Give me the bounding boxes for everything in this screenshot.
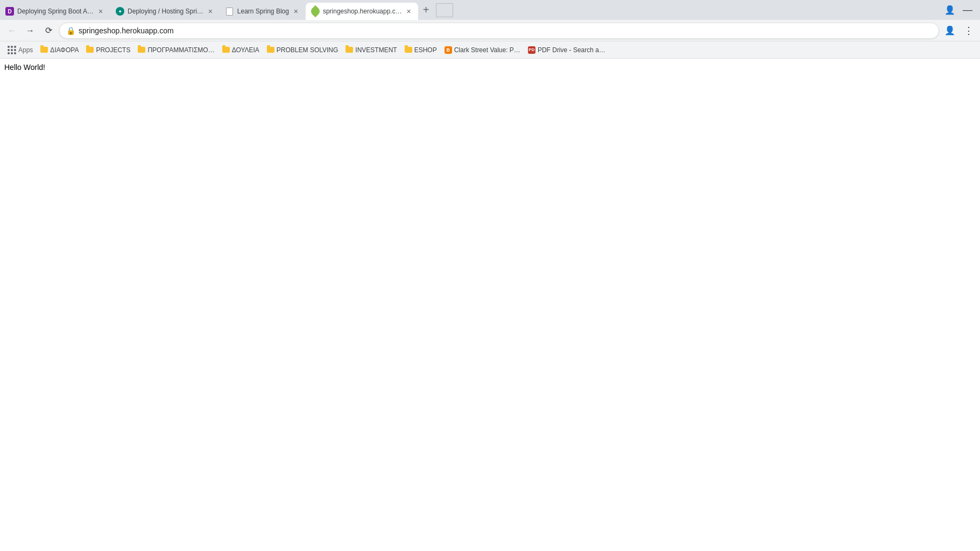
bookmark-label: ΠΡΟΓΡΑΜΜΑΤΙΣΜΟ… <box>147 46 214 54</box>
apps-grid-icon <box>8 46 16 54</box>
bookmark-investment[interactable]: INVESTMENT <box>342 45 400 55</box>
apps-label: Apps <box>18 46 33 54</box>
bookmark-diafora[interactable]: ΔΙΑΦΟΡΑ <box>37 45 82 55</box>
bookmark-programming[interactable]: ΠΡΟΓΡΑΜΜΑΤΙΣΜΟ… <box>135 45 217 55</box>
tab-close-4[interactable]: × <box>404 6 414 16</box>
window-controls: 👤 — <box>944 4 980 16</box>
folder-icon <box>346 47 353 53</box>
tab-title-4: springeshop.herokuapp.c… <box>323 8 402 15</box>
tab-title-3: Learn Spring Blog <box>237 8 289 15</box>
bookmark-projects[interactable]: PROJECTS <box>83 45 133 55</box>
tab-springeshop[interactable]: springeshop.herokuapp.c… × <box>306 3 418 20</box>
back-button[interactable]: ← <box>4 23 19 38</box>
bookmark-label: INVESTMENT <box>355 46 397 54</box>
refresh-button[interactable]: ⟳ <box>41 23 56 38</box>
lock-icon: 🔒 <box>66 26 75 35</box>
url-bar[interactable]: 🔒 springeshop.herokuapp.com <box>59 23 939 39</box>
blogger-icon: B <box>445 46 452 54</box>
address-bar: ← → ⟳ 🔒 springeshop.herokuapp.com 👤 ⋮ <box>0 20 980 41</box>
bookmark-problem-solving[interactable]: PROBLEM SOLVING <box>264 45 341 55</box>
bookmark-label: PROJECTS <box>96 46 130 54</box>
tab-deploying-hosting[interactable]: ● Deploying / Hosting Spri… × <box>110 3 220 20</box>
tab-close-1[interactable]: × <box>96 6 105 16</box>
bookmark-label: PROBLEM SOLVING <box>277 46 338 54</box>
bookmark-pdfdrive[interactable]: PD PDF Drive - Search a… <box>525 45 609 55</box>
folder-icon <box>222 47 230 53</box>
bookmark-work[interactable]: ΔΟΥΛΕΙΑ <box>219 45 263 55</box>
apps-button[interactable]: Apps <box>4 44 36 56</box>
url-text: springeshop.herokuapp.com <box>79 26 174 35</box>
bookmarks-bar: Apps ΔΙΑΦΟΡΑ PROJECTS ΠΡΟΓΡΑΜΜΑΤΙΣΜΟ… ΔΟ… <box>0 41 980 59</box>
favicon-leaf-icon <box>309 5 322 18</box>
bookmark-label: ESHOP <box>414 46 437 54</box>
favicon-teal-icon: ● <box>116 7 124 16</box>
folder-icon <box>138 47 145 53</box>
tab-learn-spring[interactable]: Learn Spring Blog × <box>220 3 305 20</box>
user-profile-button[interactable]: 👤 <box>942 23 957 38</box>
page-content: Hello World! <box>0 59 980 551</box>
bookmark-eshop[interactable]: ESHOP <box>401 45 440 55</box>
minimize-button[interactable]: — <box>960 4 976 16</box>
tab-close-3[interactable]: × <box>291 6 301 16</box>
bookmark-label: PDF Drive - Search a… <box>538 46 605 54</box>
new-tab-button[interactable]: + <box>419 3 434 18</box>
tab-deploying-spring-boot[interactable]: D Deploying Spring Boot A… × <box>0 3 110 20</box>
bookmark-label: ΔΟΥΛΕΙΑ <box>232 46 259 54</box>
folder-icon <box>86 47 94 53</box>
profile-icon[interactable]: 👤 <box>944 5 955 15</box>
bookmark-label: ΔΙΑΦΟΡΑ <box>50 46 79 54</box>
hello-world-text: Hello World! <box>4 63 45 72</box>
bookmark-clark[interactable]: B Clark Street Value: P… <box>441 45 524 55</box>
folder-icon <box>405 47 412 53</box>
tab-close-2[interactable]: × <box>206 6 215 16</box>
folder-icon <box>40 47 48 53</box>
tab-favicon-1: D <box>5 7 14 16</box>
favicon-purple-icon: D <box>5 7 14 16</box>
tab-placeholder <box>436 3 453 17</box>
bookmark-label: Clark Street Value: P… <box>454 46 520 54</box>
favicon-page-icon <box>226 8 233 16</box>
title-bar: D Deploying Spring Boot A… × ● Deploying… <box>0 0 980 20</box>
tab-favicon-4 <box>311 7 320 16</box>
forward-button[interactable]: → <box>23 23 38 38</box>
tab-favicon-2: ● <box>116 7 124 16</box>
more-options-button[interactable]: ⋮ <box>961 23 976 38</box>
tab-favicon-3 <box>225 7 234 16</box>
tab-title-2: Deploying / Hosting Spri… <box>128 8 203 15</box>
folder-icon <box>267 47 274 53</box>
pdf-icon: PD <box>528 46 535 54</box>
tab-title-1: Deploying Spring Boot A… <box>17 8 94 15</box>
person-icon: 👤 <box>944 25 955 36</box>
